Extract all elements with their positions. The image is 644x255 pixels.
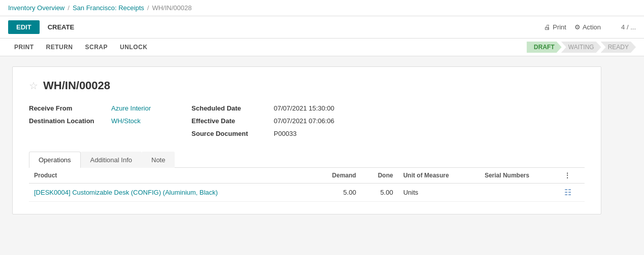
action-label: Action — [583, 23, 601, 31]
list-detail-icon[interactable]: ☷ — [564, 188, 571, 197]
status-waiting: WAITING — [561, 42, 601, 53]
tab-additional-info[interactable]: Additional Info — [81, 152, 142, 168]
destination-label: Destination Location — [29, 117, 105, 125]
tabs: Operations Additional Info Note — [29, 152, 585, 168]
receive-from-row: Receive From Azure Interior — [29, 104, 151, 112]
col-demand: Demand — [311, 168, 361, 184]
breadcrumb-link-receipts[interactable]: San Francisco: Receipts — [73, 4, 144, 12]
gear-icon: ⚙ — [574, 23, 581, 31]
effective-date-label: Effective Date — [191, 117, 268, 125]
breadcrumb-link-inventory[interactable]: Inventory Overview — [8, 4, 65, 12]
scheduled-date-label: Scheduled Date — [191, 104, 268, 112]
scrap-button[interactable]: SCRAP — [79, 42, 114, 53]
product-cell[interactable]: [DESK0004] Customizable Desk (CONFIG) (A… — [29, 184, 311, 202]
status-bar: DRAFT WAITING READY — [527, 42, 636, 53]
list-icon-cell[interactable]: ☷ — [559, 184, 585, 202]
source-doc-value: P00033 — [274, 130, 297, 137]
print-sec-button[interactable]: PRINT — [8, 42, 40, 53]
col-unit: Unit of Measure — [398, 168, 479, 184]
breadcrumb-sep1: / — [68, 4, 70, 12]
fields-right: Scheduled Date 07/07/2021 15:30:00 Effec… — [191, 104, 334, 137]
tab-note[interactable]: Note — [142, 152, 175, 168]
doc-header: ☆ WH/IN/00028 — [29, 79, 585, 92]
receive-from-label: Receive From — [29, 104, 105, 112]
status-draft: DRAFT — [527, 42, 562, 53]
effective-date-value: 07/07/2021 07:06:06 — [274, 117, 334, 125]
secondary-toolbar: PRINT RETURN SCRAP UNLOCK DRAFT WAITING … — [0, 39, 644, 56]
destination-row: Destination Location WH/Stock — [29, 117, 151, 125]
scheduled-date-row: Scheduled Date 07/07/2021 15:30:00 — [191, 104, 334, 112]
unlock-button[interactable]: UNLOCK — [114, 42, 153, 53]
scheduled-date-value: 07/07/2021 15:30:00 — [274, 104, 334, 112]
status-ready: READY — [601, 42, 636, 53]
operations-table: Product Demand Done Unit of Measure Seri… — [29, 168, 585, 202]
col-done: Done — [361, 168, 398, 184]
print-button[interactable]: 🖨 Print — [544, 23, 566, 31]
unit-cell: Units — [398, 184, 479, 202]
toolbar-actions: 🖨 Print ⚙ Action 4 / ... — [544, 23, 636, 31]
table-row: [DESK0004] Customizable Desk (CONFIG) (A… — [29, 184, 585, 202]
edit-button[interactable]: EDIT — [8, 20, 40, 34]
serial-cell — [479, 184, 559, 202]
breadcrumb-current: WH/IN/00028 — [152, 4, 191, 12]
receive-from-value[interactable]: Azure Interior — [111, 104, 151, 112]
main-toolbar: EDIT CREATE 🖨 Print ⚙ Action 4 / ... — [0, 16, 644, 39]
source-doc-label: Source Document — [191, 130, 268, 137]
destination-value[interactable]: WH/Stock — [111, 117, 141, 125]
return-button[interactable]: RETURN — [40, 42, 79, 53]
demand-cell: 5.00 — [311, 184, 361, 202]
breadcrumb: Inventory Overview / San Francisco: Rece… — [0, 0, 644, 16]
fields-left: Receive From Azure Interior Destination … — [29, 104, 151, 137]
form-card: ☆ WH/IN/00028 Receive From Azure Interio… — [12, 66, 601, 214]
col-product: Product — [29, 168, 311, 184]
doc-title: WH/IN/00028 — [43, 79, 110, 92]
content-area: ☆ WH/IN/00028 Receive From Azure Interio… — [0, 56, 644, 225]
done-cell: 5.00 — [361, 184, 398, 202]
print-label: Print — [553, 23, 566, 31]
tab-operations[interactable]: Operations — [29, 152, 81, 168]
effective-date-row: Effective Date 07/07/2021 07:06:06 — [191, 117, 334, 125]
col-menu[interactable]: ⋮ — [559, 168, 585, 184]
print-icon: 🖨 — [544, 23, 551, 31]
action-button[interactable]: ⚙ Action — [574, 23, 601, 31]
favorite-icon[interactable]: ☆ — [29, 80, 38, 92]
col-serial: Serial Numbers — [479, 168, 559, 184]
source-doc-row: Source Document P00033 — [191, 130, 334, 137]
breadcrumb-sep2: / — [147, 4, 149, 12]
pager: 4 / ... — [621, 23, 636, 31]
form-fields: Receive From Azure Interior Destination … — [29, 104, 585, 137]
create-button[interactable]: CREATE — [44, 20, 78, 34]
